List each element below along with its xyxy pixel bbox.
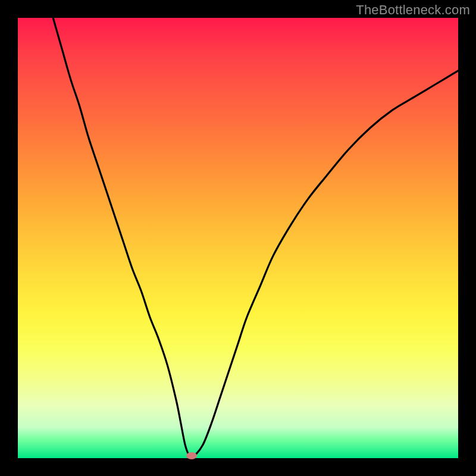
watermark-text: TheBottleneck.com: [356, 2, 470, 18]
optimal-point-marker: [186, 452, 197, 459]
chart-frame: TheBottleneck.com: [0, 0, 476, 476]
bottleneck-curve: [53, 18, 458, 458]
curve-svg: [18, 18, 458, 458]
plot-area: [18, 18, 458, 458]
